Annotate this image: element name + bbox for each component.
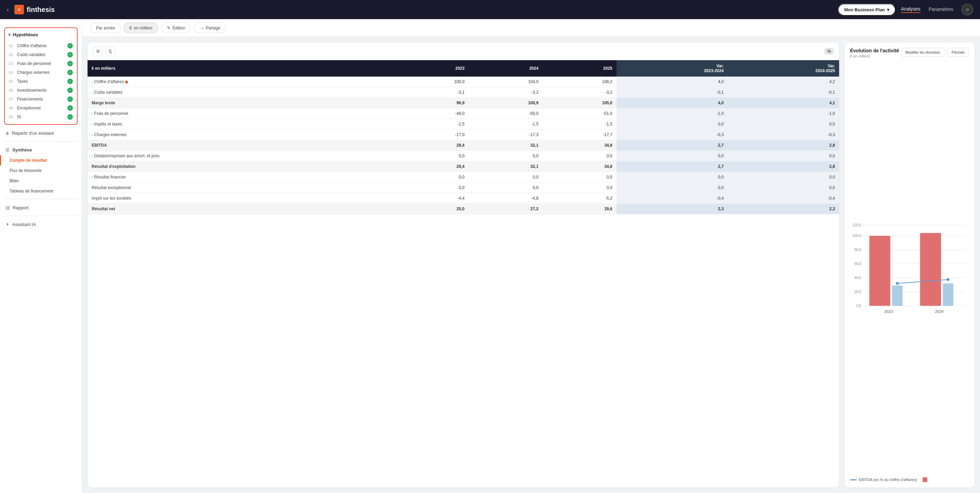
legend-label-ebitda: EBITDA (en % du chiffre d'affaires) [859,478,917,482]
svg-point-20 [947,278,949,281]
cell-value: -17,0 [395,130,468,140]
periode-button[interactable]: Période [947,48,969,57]
cell-value: 105,0 [542,98,617,108]
sidebar-item-financements[interactable]: 07 Financements ✓ [8,95,74,103]
sidebar-item-chiffre-affaires[interactable]: 01 Chiffre d'affaires ✓ [8,41,74,50]
cell-var: -1,0 [728,108,839,119]
row-chevron-icon: › [92,122,93,126]
check-icon-6: ✓ [67,96,73,102]
nav-parametres[interactable]: Paramètres [929,6,953,13]
avatar-icon: ○ [966,6,969,13]
app-logo: ≡ finthesis [14,5,833,14]
sidebar-repartir[interactable]: ◈ Repartir d'un existant [0,127,82,138]
sidebar-item-couts-variables[interactable]: 02 Coûts variables ✓ [8,50,74,59]
row-dot-indicator [125,81,128,83]
app-name: finthesis [27,6,55,14]
cell-var: 0,0 [617,151,728,161]
cell-label: Résultat d'exploitation [88,161,395,172]
assistant-icon: ✦ [5,221,10,227]
partage-button[interactable]: → Partage [194,22,226,33]
cell-label: ›Résultat financier [88,172,395,183]
cell-value: 96,9 [395,98,468,108]
check-icon-1: ✓ [67,52,73,57]
svg-rect-14 [869,236,890,306]
sidebar-item-taxes[interactable]: 05 Taxes ✓ [8,77,74,86]
cell-value: 0,0 [542,151,617,161]
edit-icon: ✎ [167,25,171,30]
col-label: € en milliers [88,60,395,76]
par-annee-button[interactable]: Par année [90,23,121,33]
user-avatar[interactable]: ○ [961,4,973,15]
sidebar-item-investissements[interactable]: 06 Investissements ✓ [8,86,74,95]
cell-var: 4,2 [728,76,839,87]
table-row: Marge brute96,9100,9105,04,04,1 [88,98,839,108]
sidebar-assistant-ia[interactable]: ✦ Assistant IA [0,219,82,230]
sidebar-tableau-financement[interactable]: Tableau de financement [0,186,82,196]
table-row: EBITDA29,432,134,82,72,8 [88,140,839,151]
share-icon: → [199,25,204,30]
cell-var: 2,7 [617,140,728,151]
modifier-donnees-button[interactable]: Modifier les données [901,48,945,57]
svg-point-19 [896,282,899,285]
sidebar-item-is[interactable]: 09 IS ✓ [8,113,74,121]
sort-icon[interactable]: ⇅ [105,46,115,56]
cell-value: -3,1 [395,87,468,98]
sidebar-item-exceptionnel[interactable]: 08 Exceptionnel ✓ [8,103,74,113]
percent-toggle[interactable]: % [824,48,834,55]
cell-value: -49,0 [395,108,468,119]
cell-var: 2,3 [617,204,728,215]
cell-value: 104,0 [468,76,542,87]
col-2024: 2024 [468,60,542,76]
repartir-icon: ◈ [5,130,9,136]
row-chevron-icon: › [92,91,93,94]
back-button[interactable]: ‹ [7,6,9,13]
cell-value: 0,0 [468,183,542,193]
chart-buttons: Modifier les données Période [901,48,969,57]
cell-var: 2,3 [728,204,839,215]
table-card: ⧉ ⇅ % € en milliers 2023 2024 2025 [88,42,839,488]
cell-value: 0,0 [395,151,468,161]
sidebar-item-frais-personnel[interactable]: 03 Frais de personnel ✓ [8,59,74,68]
table-row: Résultat d'exploitation29,432,134,82,72,… [88,161,839,172]
legend-bar-icon [923,477,928,482]
copy-icon[interactable]: ⧉ [93,46,103,56]
cell-var: -1,0 [617,108,728,119]
cell-var: 0,0 [617,183,728,193]
sidebar-rapport[interactable]: ▤ Rapport [0,202,82,213]
cell-var: 0,0 [728,183,839,193]
cell-value: 100,0 [395,76,468,87]
cell-var: -0,1 [617,87,728,98]
sidebar-item-charges-externes[interactable]: 04 Charges externes ✓ [8,68,74,77]
cell-var: -0,4 [728,193,839,204]
row-chevron-icon: › [92,112,93,116]
cell-value: 0,0 [395,172,468,183]
table-scroll[interactable]: € en milliers 2023 2024 2025 Var.2023-20… [88,60,839,488]
cell-var: 0,0 [617,172,728,183]
topnav-right: Analyses Paramètres ○ [901,4,973,15]
cell-var: 4,0 [617,76,728,87]
check-icon-8: ✓ [67,114,73,120]
chart-title-block: Évolution de l'activité € en milliers [850,48,899,58]
cell-var: -0,3 [617,130,728,140]
cell-value: -5,2 [542,193,617,204]
edition-button[interactable]: ✎ Édition [161,22,191,33]
row-chevron-icon: › [92,133,93,137]
cell-var: 2,8 [728,140,839,151]
chart-title: Évolution de l'activité [850,48,899,53]
col-var2: Var.2024-2025 [728,60,839,76]
svg-rect-16 [920,233,941,306]
nav-analyses[interactable]: Analyses [901,6,921,13]
cell-value: -3,2 [468,87,542,98]
en-milliers-button[interactable]: € en milliers [123,22,158,33]
cell-label: ›Chiffre d'affaires [88,76,395,87]
business-plan-dropdown[interactable]: Mon Business Plan ▾ [838,4,896,16]
sidebar-bilan[interactable]: Bilan [0,176,82,186]
currency-icon: € [129,25,132,30]
cell-value: -1,5 [395,119,468,130]
sidebar-flux-tresorerie[interactable]: Flux de trésorerie [0,165,82,176]
svg-text:0,0: 0,0 [857,304,862,308]
svg-text:120,0: 120,0 [853,223,861,227]
sidebar-compte-resultat[interactable]: Compte de résultat [0,155,82,165]
cell-value: 0,0 [542,183,617,193]
top-navigation: ‹ ≡ finthesis Mon Business Plan ▾ Analys… [0,0,980,19]
